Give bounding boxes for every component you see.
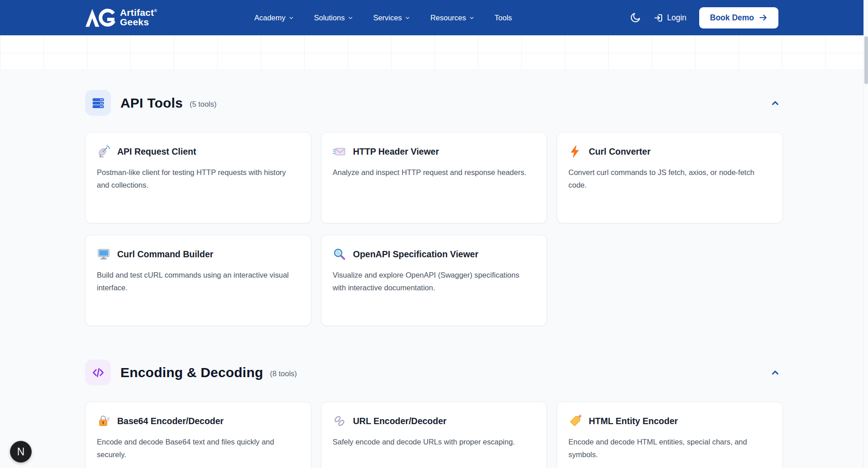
tag-icon: [568, 414, 582, 428]
nav-item-solutions[interactable]: Solutions: [314, 14, 353, 22]
tool-card-title: Curl Converter: [589, 147, 651, 157]
chevron-down-icon: [348, 15, 353, 21]
page-scrollbar-track[interactable]: [863, 0, 868, 468]
chevron-down-icon: [288, 15, 294, 21]
tool-card-description: Encode and decode HTML entities, special…: [568, 435, 769, 461]
tool-card[interactable]: OpenAPI Specification Viewer Visualize a…: [321, 235, 547, 326]
hero-grid-strip: [0, 35, 868, 70]
tool-card[interactable]: URL Encoder/Decoder Safely encode and de…: [321, 402, 547, 468]
incoming-envelope-icon: [333, 145, 346, 158]
login-label: Login: [667, 13, 687, 23]
code-icon: [91, 366, 105, 379]
section-collapse-button[interactable]: [768, 95, 783, 111]
book-demo-label: Book Demo: [710, 13, 754, 23]
logo-wordmark: Artifact® Geeks: [120, 8, 157, 27]
server-stack-icon: [91, 96, 105, 110]
nav-item-resources[interactable]: Resources: [430, 14, 475, 22]
chevron-up-icon: [770, 98, 781, 109]
tool-card[interactable]: Base64 Encoder/Decoder Encode and decode…: [85, 402, 311, 468]
logo-mark-icon: [86, 7, 115, 28]
tool-card[interactable]: Curl Command Builder Build and test cURL…: [85, 235, 311, 326]
tool-card-title: Base64 Encoder/Decoder: [117, 416, 224, 426]
chevron-up-icon: [770, 367, 781, 378]
tool-card[interactable]: Curl Converter Convert curl commands to …: [557, 132, 783, 223]
tools-main: API Tools (5 tools) API Request Client P…: [85, 70, 783, 468]
section-tool-count: (8 tools): [270, 367, 297, 378]
dark-mode-toggle-moon-icon[interactable]: [630, 12, 641, 24]
tool-card-title: OpenAPI Specification Viewer: [353, 249, 478, 260]
section-title: API Tools: [120, 95, 183, 111]
tool-card-description: Safely encode and decode URLs with prope…: [333, 435, 533, 448]
tool-card[interactable]: API Request Client Postman-like client f…: [85, 132, 311, 223]
tool-card-description: Encode and decode Base64 text and files …: [97, 435, 297, 461]
tool-card-description: Build and test cURL commands using an in…: [97, 269, 297, 294]
chevron-down-icon: [405, 15, 410, 21]
tool-section: Encoding & Decoding (8 tools) Base64 Enc…: [85, 359, 783, 468]
nav-menu: Academy Solutions Services Resources Too…: [254, 14, 512, 22]
section-header: Encoding & Decoding (8 tools): [85, 359, 783, 385]
chevron-down-icon: [469, 15, 475, 21]
login-icon: [654, 13, 663, 23]
nextjs-dev-indicator-button[interactable]: N: [10, 441, 32, 463]
section-title: Encoding & Decoding: [120, 365, 263, 380]
section-header: API Tools (5 tools): [85, 90, 783, 116]
lightning-icon: [568, 145, 582, 158]
tool-section: API Tools (5 tools) API Request Client P…: [85, 90, 783, 326]
tool-card-description: Visualize and explore OpenAPI (Swagger) …: [333, 269, 533, 294]
tool-card[interactable]: HTTP Header Viewer Analyze and inspect H…: [321, 132, 547, 223]
nav-item-academy[interactable]: Academy: [254, 14, 294, 22]
book-demo-button[interactable]: Book Demo: [699, 7, 778, 28]
section-icon-box: [85, 359, 111, 385]
magnifier-icon: [333, 247, 346, 261]
top-navbar: Artifact® Geeks Academy Solutions Servic…: [0, 0, 868, 35]
tool-card-title: HTML Entity Encoder: [589, 416, 678, 426]
tool-card[interactable]: HTML Entity Encoder Encode and decode HT…: [557, 402, 783, 468]
navbar-right-group: Login Book Demo: [630, 7, 778, 28]
tool-card-title: HTTP Header Viewer: [353, 147, 439, 157]
desktop-icon: [97, 247, 110, 261]
section-collapse-button[interactable]: [768, 365, 783, 380]
section-tool-count: (5 tools): [190, 97, 217, 109]
tool-card-title: API Request Client: [117, 147, 196, 157]
nextjs-dev-indicator-label: N: [17, 446, 25, 458]
cards-grid: Base64 Encoder/Decoder Encode and decode…: [85, 402, 783, 468]
nav-item-tools[interactable]: Tools: [495, 14, 512, 22]
page-scrollbar-thumb[interactable]: [864, 36, 868, 84]
arrow-right-icon: [758, 13, 768, 22]
tool-card-description: Postman-like client for testing HTTP req…: [97, 166, 297, 192]
satellite-dish-icon: [97, 145, 110, 158]
tool-card-description: Convert curl commands to JS fetch, axios…: [568, 166, 769, 192]
login-button[interactable]: Login: [654, 13, 687, 23]
logo[interactable]: Artifact® Geeks: [86, 7, 157, 28]
lock-icon: [97, 414, 110, 428]
tool-card-description: Analyze and inspect HTTP request and res…: [333, 166, 533, 179]
section-icon-box: [85, 90, 111, 116]
link-icon: [333, 414, 346, 428]
nav-item-services[interactable]: Services: [373, 14, 410, 22]
tool-card-title: URL Encoder/Decoder: [353, 416, 447, 426]
cards-grid: API Request Client Postman-like client f…: [85, 132, 783, 326]
tool-card-title: Curl Command Builder: [117, 249, 213, 260]
